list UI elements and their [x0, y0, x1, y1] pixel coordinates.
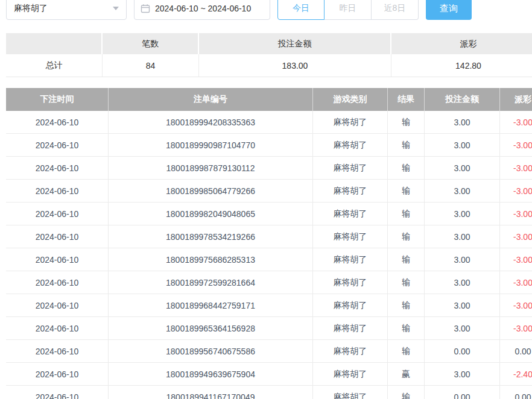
table-cell: 2024-06-10	[6, 317, 109, 339]
table-cell: 输	[388, 203, 425, 225]
table-row: 2024-06-101800189978534219266麻将胡了输3.00-3…	[6, 225, 532, 248]
table-cell: 1800189956740675586	[109, 340, 313, 362]
table-cell: -3.00	[500, 157, 532, 179]
table-cell: 3.00	[425, 180, 500, 202]
table-cell: -3.00	[500, 271, 532, 294]
table-cell: 1800189975686285313	[109, 248, 313, 271]
table-cell: 麻将胡了	[313, 363, 388, 385]
table-header-cell: 结果	[388, 88, 425, 111]
table-cell: 0.00	[500, 340, 532, 362]
table-cell: 1800189982049048065	[109, 203, 313, 225]
table-cell: 输	[388, 157, 425, 179]
table-cell: 1800189985064779266	[109, 180, 313, 202]
table-cell: 输	[388, 317, 425, 339]
table-cell: 麻将胡了	[313, 203, 388, 225]
table-cell: -3.00	[500, 180, 532, 202]
table-row: 2024-06-101800189990987104770麻将胡了输3.00-3…	[6, 134, 532, 157]
table-cell: 输	[388, 248, 425, 271]
table-cell: 1800189990987104770	[109, 134, 313, 156]
table-cell: 2024-06-10	[6, 180, 109, 202]
table-cell: 3.00	[425, 225, 500, 248]
table-row: 2024-06-101800189968442759171麻将胡了输3.00-3…	[6, 294, 532, 317]
table-header-cell: 注单编号	[109, 88, 313, 111]
table-cell: 输	[388, 386, 425, 399]
game-select[interactable]: 麻将胡了	[6, 0, 127, 20]
table-cell: -3.00	[500, 203, 532, 225]
table-cell: 2024-06-10	[6, 134, 109, 156]
table-cell: 麻将胡了	[313, 271, 388, 294]
table-cell: 0.00	[425, 340, 500, 362]
table-row: 2024-06-101800189949639675904麻将胡了赢3.00-2…	[6, 363, 532, 386]
chevron-down-icon	[113, 7, 119, 10]
table-cell: 3.00	[425, 157, 500, 179]
summary-header-cell: 投注金额	[199, 33, 391, 54]
table-cell: 1800189968442759171	[109, 294, 313, 316]
quick-filter-button[interactable]: 昨日	[325, 0, 372, 20]
table-cell: 1800189987879130112	[109, 157, 313, 179]
table-cell: 1800189965364156928	[109, 317, 313, 339]
table-cell: 3.00	[425, 203, 500, 225]
table-cell: 输	[388, 294, 425, 316]
table-row: 2024-06-101800189975686285313麻将胡了输3.00-3…	[6, 248, 532, 271]
table-cell: 麻将胡了	[313, 386, 388, 399]
table-header-cell: 投注金额	[425, 88, 500, 111]
quick-filter-button[interactable]: 今日	[277, 0, 325, 20]
table-body: 2024-06-101800189994208335363麻将胡了输3.00-3…	[6, 111, 532, 399]
table-cell: 1800189949639675904	[109, 363, 313, 385]
summary-total-cell: 183.00	[199, 54, 391, 77]
table-row: 2024-06-101800189982049048065麻将胡了输3.00-3…	[6, 203, 532, 225]
table-cell: 麻将胡了	[313, 225, 388, 248]
table-cell: 输	[388, 225, 425, 248]
summary-header-row: 笔数投注金额派彩	[6, 33, 532, 54]
table-cell: 2024-06-10	[6, 203, 109, 225]
table-cell: 3.00	[425, 271, 500, 294]
table-row: 2024-06-101800189987879130112麻将胡了输3.00-3…	[6, 157, 532, 180]
table-row: 2024-06-101800189941167170049麻将胡了输0.000.…	[6, 386, 532, 399]
filter-toolbar: 麻将胡了 2024-06-10 ~ 2024-06-10 今日昨日近8日 查询	[6, 0, 472, 20]
table-cell: 1800189994208335363	[109, 111, 313, 133]
table-cell: 输	[388, 340, 425, 362]
summary-header-cell: 派彩	[391, 33, 532, 54]
table-cell: 3.00	[425, 248, 500, 271]
table-cell: 麻将胡了	[313, 111, 388, 133]
table-cell: 2024-06-10	[6, 111, 109, 133]
query-button[interactable]: 查询	[426, 0, 472, 20]
table-cell: 3.00	[425, 111, 500, 133]
bet-records-table: 下注时间注单编号游戏类别结果投注金额派彩 2024-06-10180018999…	[6, 88, 532, 399]
table-cell: 麻将胡了	[313, 340, 388, 362]
table-cell: 2024-06-10	[6, 386, 109, 399]
table-cell: 0.00	[425, 386, 500, 399]
table-cell: 1800189978534219266	[109, 225, 313, 248]
summary-header-cell	[6, 33, 103, 54]
table-cell: 3.00	[425, 294, 500, 316]
summary-table: 笔数投注金额派彩 总计84183.00142.80	[6, 33, 532, 77]
summary-total-cell: 142.80	[391, 54, 532, 77]
table-header-cell: 下注时间	[6, 88, 109, 111]
summary-total-cell: 总计	[6, 54, 103, 77]
table-cell: -3.00	[500, 111, 532, 133]
table-row: 2024-06-101800189994208335363麻将胡了输3.00-3…	[6, 111, 532, 134]
table-cell: 3.00	[425, 317, 500, 339]
table-cell: 2024-06-10	[6, 294, 109, 316]
table-cell: 输	[388, 180, 425, 202]
table-cell: 麻将胡了	[313, 134, 388, 156]
table-cell: 2024-06-10	[6, 248, 109, 271]
quick-filter-group: 今日昨日近8日	[277, 0, 419, 20]
date-range-value: 2024-06-10 ~ 2024-06-10	[155, 4, 251, 13]
table-cell: 2024-06-10	[6, 225, 109, 248]
calendar-icon	[141, 4, 150, 13]
table-cell: -2.40	[500, 363, 532, 385]
table-cell: 3.00	[425, 363, 500, 385]
table-row: 2024-06-101800189956740675586麻将胡了输0.000.…	[6, 340, 532, 363]
table-cell: 2024-06-10	[6, 157, 109, 179]
table-cell: -3.00	[500, 317, 532, 339]
table-cell: 1800189941167170049	[109, 386, 313, 399]
table-cell: 麻将胡了	[313, 180, 388, 202]
table-cell: -3.00	[500, 294, 532, 316]
table-header-cell: 游戏类别	[313, 88, 388, 111]
summary-header-cell: 笔数	[103, 33, 199, 54]
table-cell: -3.00	[500, 134, 532, 156]
date-range-input[interactable]: 2024-06-10 ~ 2024-06-10	[134, 0, 270, 20]
table-cell: 3.00	[425, 134, 500, 156]
quick-filter-button[interactable]: 近8日	[372, 0, 419, 20]
